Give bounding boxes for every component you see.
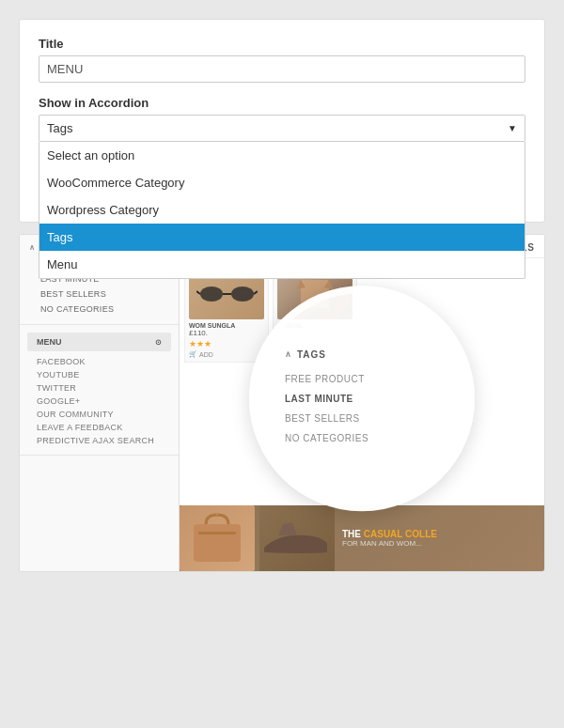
sidebar-item-leave-feedback[interactable]: LEAVE A FEEDBACK bbox=[20, 421, 179, 434]
sidebar-item-our-community[interactable]: OUR COMMUNITY bbox=[20, 408, 179, 421]
banner-title: THE CASUAL COLLE bbox=[342, 529, 437, 539]
svg-line-3 bbox=[196, 291, 200, 294]
bottom-inner: ∧ TAGS FREE PRODUCT LAST MINUTE BEST SEL… bbox=[20, 235, 544, 571]
product-name-sunglasses: WOM SUNGLA bbox=[189, 322, 264, 329]
banner-bag-image bbox=[180, 505, 255, 571]
magnifier-tags-header: ∧ TAGS bbox=[285, 349, 326, 360]
sidebar-item-facebook[interactable]: FACEBOOK bbox=[20, 355, 179, 368]
cart-icon: 🛒 bbox=[189, 350, 197, 358]
magnifier-item-no-categories: NO CATEGORIES bbox=[285, 428, 368, 448]
sidebar-item-best-sellers[interactable]: BEST SELLERS bbox=[20, 287, 179, 302]
svg-rect-7 bbox=[198, 532, 236, 534]
bottom-panel: ∧ TAGS FREE PRODUCT LAST MINUTE BEST SEL… bbox=[19, 234, 545, 572]
magnifier-item-free-product: FREE PRODUCT bbox=[285, 369, 365, 389]
accordion-dropdown-list: Select an option WooCommerce Category Wo… bbox=[39, 142, 525, 279]
product-price-sunglasses: £110. bbox=[189, 329, 264, 337]
title-label: Title bbox=[39, 37, 525, 51]
title-input[interactable] bbox=[39, 55, 525, 83]
banner-accent: CASUAL COLLE bbox=[364, 529, 437, 539]
tags-chevron-icon: ∧ bbox=[29, 243, 36, 252]
accordion-select-trigger[interactable]: Tags ▼ bbox=[39, 115, 525, 142]
add-to-cart-sunglasses[interactable]: 🛒 ADD bbox=[189, 350, 264, 358]
accordion-select-wrapper: Tags ▼ Select an option WooCommerce Cate… bbox=[39, 115, 525, 142]
bottom-banner: THE CASUAL COLLE FOR MAN AND WOM... bbox=[180, 505, 544, 571]
svg-point-0 bbox=[200, 287, 223, 302]
dropdown-option-wordpress[interactable]: Wordpress Category bbox=[39, 196, 525, 224]
sidebar-item-twitter[interactable]: TWITTER bbox=[20, 381, 179, 395]
banner-subtitle: FOR MAN AND WOM... bbox=[342, 539, 437, 548]
dropdown-option-menu[interactable]: Menu bbox=[39, 251, 525, 278]
svg-rect-6 bbox=[194, 524, 241, 562]
select-arrow-icon: ▼ bbox=[508, 123, 517, 133]
accordion-label: Show in Accordion bbox=[39, 96, 525, 110]
magnifier-chevron-icon: ∧ bbox=[285, 349, 292, 359]
menu-expand-icon: ⊙ bbox=[155, 338, 162, 347]
magnifier-item-best-sellers: BEST SELLERS bbox=[285, 409, 360, 428]
banner-text: THE CASUAL COLLE FOR MAN AND WOM... bbox=[335, 521, 445, 555]
select-current-value: Tags bbox=[47, 121, 72, 135]
svg-line-4 bbox=[254, 291, 258, 294]
sidebar-item-googleplus[interactable]: GOOGLE+ bbox=[20, 395, 179, 408]
sidebar-item-youtube[interactable]: YOUTUBE bbox=[20, 368, 179, 381]
accordion-section: Show in Accordion Tags ▼ Select an optio… bbox=[39, 96, 525, 142]
top-panel: Title Show in Accordion Tags ▼ Select an… bbox=[19, 19, 545, 223]
sidebar-item-no-categories[interactable]: NO CATEGORIES bbox=[20, 302, 179, 317]
dropdown-option-woocommerce[interactable]: WooCommerce Category bbox=[39, 169, 525, 196]
banner-shoes-image bbox=[259, 505, 335, 571]
magnifier-item-last-minute: LAST MINUTE bbox=[285, 389, 353, 409]
magnifier-overlay: ∧ TAGS FREE PRODUCT LAST MINUTE BEST SEL… bbox=[249, 286, 475, 511]
menu-section: MENU ⊙ FACEBOOK YOUTUBE TWITTER GOOGLE+ … bbox=[20, 333, 179, 456]
main-content: NEW ARRIVALS WOM SUNGLA £110. bbox=[180, 235, 544, 571]
sidebar: ∧ TAGS FREE PRODUCT LAST MINUTE BEST SEL… bbox=[20, 235, 180, 571]
magnifier-content: ∧ TAGS FREE PRODUCT LAST MINUTE BEST SEL… bbox=[257, 293, 467, 503]
menu-header: MENU ⊙ bbox=[27, 333, 171, 351]
dropdown-option-tags[interactable]: Tags bbox=[39, 224, 525, 251]
dropdown-option-select[interactable]: Select an option bbox=[39, 142, 525, 169]
sidebar-item-predictive-ajax[interactable]: PREDICTIVE AJAX SEARCH bbox=[20, 434, 179, 447]
svg-point-1 bbox=[231, 287, 254, 302]
product-stars-sunglasses: ★★★ bbox=[189, 339, 264, 349]
